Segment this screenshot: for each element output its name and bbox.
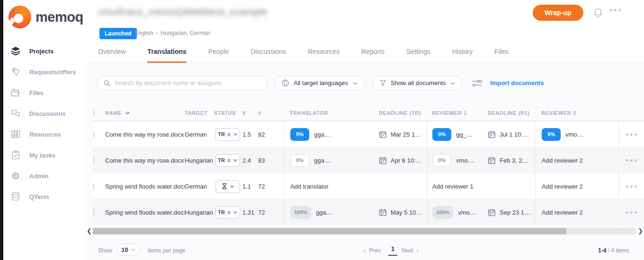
status-dropdown[interactable]: TR: [215, 206, 240, 219]
row-checkbox[interactable]: [93, 131, 94, 138]
scroll-left-arrow[interactable]: ❮: [87, 227, 92, 234]
status-dropdown[interactable]: TR: [215, 154, 240, 167]
column-header-reviewer2[interactable]: REVIEWER 2: [535, 110, 618, 116]
add-reviewer2-link[interactable]: Add reviewer 2: [542, 157, 583, 164]
tab-discussions[interactable]: Discussions: [250, 48, 286, 63]
document-name[interactable]: Come this way my rose.docx: [105, 131, 185, 138]
version: 2.4: [242, 157, 258, 164]
calendar-icon: [379, 156, 387, 165]
document-filter[interactable]: Show all documents: [373, 76, 462, 90]
sidebar-item-resources[interactable]: Resources: [3, 124, 85, 145]
chevron-down-icon: [233, 132, 238, 137]
ellipsis-icon: [626, 133, 628, 136]
deadline-r1-cell[interactable]: Feb 3, 2…: [482, 147, 535, 173]
row-actions-button[interactable]: [626, 185, 637, 188]
sidebar-item-my-tasks[interactable]: My tasks: [3, 145, 85, 165]
import-documents-link[interactable]: Import documents: [490, 79, 544, 87]
reviewer1-cell[interactable]: 9% gg_…: [432, 128, 473, 141]
ellipsis-icon: [626, 211, 628, 214]
search-input[interactable]: [115, 79, 261, 87]
table-header-row: NAME TARGET STATUS V # TRANSLATOR DEADLI…: [93, 105, 644, 121]
prev-page-button[interactable]: ‹ Prev: [364, 247, 381, 254]
column-header-deadline-tr[interactable]: DEADLINE (TR): [375, 110, 427, 116]
select-all-checkbox[interactable]: [93, 109, 94, 116]
add-reviewer2-link[interactable]: Add reviewer 2: [542, 209, 583, 216]
tab-overview[interactable]: Overview: [98, 48, 125, 63]
calendar-icon: [488, 156, 496, 165]
deadline-value: Apr 6 10:…: [391, 157, 422, 164]
reviewer1-cell[interactable]: 0% vmo…: [432, 154, 474, 167]
tab-people[interactable]: People: [208, 48, 229, 63]
header-more-button[interactable]: [610, 9, 621, 11]
target-language-filter[interactable]: All target languages: [275, 76, 365, 90]
scroll-right-arrow[interactable]: ❯: [638, 227, 643, 234]
hourglass-icon: [222, 183, 227, 190]
memoq-logo-text: memoq: [36, 9, 83, 25]
status-dropdown[interactable]: [215, 180, 240, 193]
scrollbar-thumb[interactable]: [93, 228, 566, 234]
project-title: vmo/lnacs_memoQWebNext_example: [98, 6, 268, 17]
document-name[interactable]: Come this way my rose.docx: [105, 157, 185, 164]
wrap-up-button[interactable]: Wrap-up: [533, 5, 583, 21]
row-checkbox[interactable]: [93, 157, 94, 164]
page-size-dropdown[interactable]: 10: [117, 243, 140, 256]
column-header-target[interactable]: TARGET: [185, 110, 214, 116]
tab-settings[interactable]: Settings: [406, 48, 430, 63]
sidebar-item-admin[interactable]: ⚙ Admin: [3, 165, 85, 186]
column-header-deadline-r1[interactable]: DEADLINE (R1): [482, 110, 535, 116]
tab-resources[interactable]: Resources: [308, 48, 340, 63]
document-search[interactable]: [97, 76, 268, 90]
column-header-version[interactable]: V: [242, 110, 258, 116]
status-dropdown[interactable]: TR: [215, 128, 240, 141]
version: 1.1: [242, 183, 258, 190]
deadline-r1-cell[interactable]: Jul 1 10:…: [482, 121, 535, 147]
tab-translations[interactable]: Translations: [147, 48, 186, 63]
document-name[interactable]: Spring wind floods water.docx: [105, 209, 185, 216]
column-header-reviewer1[interactable]: REVIEWER 1: [427, 110, 482, 116]
translator-cell[interactable]: 100% gga…: [290, 206, 332, 219]
target-language: Hungarian: [185, 157, 214, 164]
deadline-tr-cell[interactable]: Mar 25 1…: [375, 121, 427, 147]
column-header-name[interactable]: NAME: [105, 110, 185, 116]
tab-history[interactable]: History: [452, 48, 473, 63]
add-reviewer1-link[interactable]: Add reviewer 1: [432, 183, 474, 190]
deadline-tr-cell[interactable]: May 5 10…: [375, 199, 427, 225]
row-actions-button[interactable]: [626, 133, 637, 136]
document-name[interactable]: Spring wind floods water.docx: [105, 183, 185, 190]
bell-icon: [592, 7, 604, 19]
column-header-segments[interactable]: #: [258, 110, 284, 116]
current-page[interactable]: 1: [388, 245, 397, 256]
reviewer2-cell[interactable]: 9% vmo…: [542, 128, 583, 141]
column-header-translator[interactable]: TRANSLATOR: [284, 110, 375, 116]
tab-files[interactable]: Files: [494, 48, 509, 63]
progress-badge: 0%: [290, 154, 309, 167]
reviewer1-cell[interactable]: 100% vmo…: [432, 206, 476, 219]
calendar-icon: [379, 130, 387, 139]
row-actions-button[interactable]: [626, 211, 637, 214]
notifications-button[interactable]: [592, 7, 604, 21]
translator-cell[interactable]: 9% gga…: [290, 128, 331, 141]
add-translator-link[interactable]: Add translator: [290, 183, 329, 190]
translator-cell[interactable]: 0% gga…: [290, 154, 331, 167]
progress-badge: 100%: [432, 206, 453, 219]
language-globe-icon: [281, 79, 289, 87]
chevron-down-icon: [450, 80, 456, 86]
tab-reports[interactable]: Reports: [361, 48, 385, 63]
deadline-tr-cell[interactable]: Apr 6 10:…: [375, 147, 427, 173]
row-checkbox[interactable]: [93, 183, 94, 190]
language-pair: English › Hungarian, German: [134, 30, 210, 36]
sidebar-item-projects[interactable]: Projects: [3, 41, 85, 61]
sidebar-item-files[interactable]: Files: [3, 82, 85, 103]
column-header-status[interactable]: STATUS: [214, 110, 242, 116]
row-checkbox[interactable]: [93, 209, 94, 216]
advanced-filters-icon[interactable]: [471, 78, 483, 88]
row-actions-button[interactable]: [626, 159, 637, 162]
add-reviewer2-link[interactable]: Add reviewer 2: [542, 183, 583, 190]
sidebar-item-requests-offers[interactable]: Requests/offers: [3, 61, 85, 82]
sidebar-item-discussions[interactable]: Discussions: [3, 103, 85, 124]
scrollbar-track[interactable]: [93, 228, 636, 234]
memoq-logo[interactable]: memoq: [9, 6, 83, 28]
deadline-r1-cell[interactable]: Sep 23 1…: [482, 199, 535, 225]
sidebar-item-qterm[interactable]: QTerm: [3, 186, 85, 207]
next-page-button[interactable]: Next ›: [402, 247, 419, 254]
